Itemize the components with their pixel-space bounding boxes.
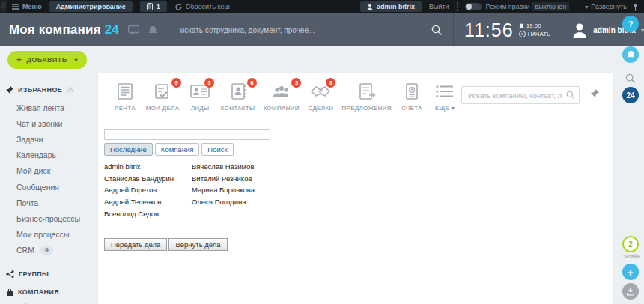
sidebar-item-messages[interactable]: Сообщения bbox=[0, 179, 97, 195]
company-nav-list: Официально Календарь событий bbox=[0, 300, 97, 304]
notifications-counter-button[interactable]: 1 bbox=[140, 1, 167, 12]
list-item[interactable]: Станислав Бандурин bbox=[104, 173, 192, 185]
rail-online-label: Онлайн bbox=[619, 254, 643, 259]
reset-cache-label: Сбросить кеш bbox=[186, 3, 230, 10]
menu-button[interactable]: Меню bbox=[12, 3, 42, 10]
sidebar-item-chat-calls[interactable]: Чат и звонки bbox=[0, 115, 97, 131]
badge: 8 bbox=[326, 78, 335, 88]
sidebar-item-crm[interactable]: CRM 9 bbox=[0, 243, 97, 258]
sidebar-item-calendar[interactable]: Календарь bbox=[0, 148, 97, 163]
feed-icon bbox=[117, 82, 133, 101]
list-item[interactable]: Олеся Погодина bbox=[192, 196, 255, 208]
sidebar-item-official[interactable]: Официально bbox=[0, 300, 97, 304]
edit-mode-state: выключен bbox=[532, 2, 570, 11]
tab-search[interactable]: Поиск bbox=[201, 143, 233, 156]
crm-menu-my-activities[interactable]: 9 МОИ ДЕЛА bbox=[142, 82, 183, 112]
groups-section-header[interactable]: ГРУППЫ bbox=[0, 270, 97, 278]
return-activities-button[interactable]: Вернуть дела bbox=[168, 238, 227, 251]
list-item[interactable]: Всеволод Седов bbox=[104, 207, 192, 219]
list-item[interactable]: Андрей Теленков bbox=[104, 196, 192, 208]
favorites-section-header[interactable]: ИЗБРАННОЕ bbox=[0, 86, 97, 94]
search-icon[interactable] bbox=[566, 91, 575, 100]
crm-menu-invoices[interactable]: СЧЕТА bbox=[395, 82, 428, 112]
notification-bell-icon[interactable] bbox=[148, 25, 157, 35]
gear-icon[interactable] bbox=[67, 86, 74, 94]
sidebar-item-business-processes[interactable]: Бизнес-процессы bbox=[0, 210, 97, 226]
sidebar-item-mail[interactable]: Почта bbox=[0, 195, 97, 210]
list-item[interactable]: Виталий Резников bbox=[192, 173, 255, 185]
crm-menu-quotes[interactable]: ПРЕДЛОЖЕНИЯ bbox=[338, 82, 395, 112]
company-brand[interactable]: Моя компания 24 bbox=[0, 22, 119, 37]
favorites-header-label: ИЗБРАННОЕ bbox=[18, 86, 62, 94]
help-button[interactable]: ? bbox=[622, 16, 639, 32]
add-button[interactable]: + ДОБАВИТЬ ▾ bbox=[7, 51, 87, 69]
crm-menu-feed[interactable]: ЛЕНТА bbox=[109, 82, 142, 112]
crm-menu-deals[interactable]: 8 СДЕЛКИ bbox=[303, 82, 338, 112]
rail-download-button[interactable] bbox=[622, 283, 639, 300]
reset-cache-button[interactable]: Сбросить кеш bbox=[174, 3, 230, 11]
right-rail: 24 2 Онлайн + bbox=[613, 46, 644, 304]
people-group-icon bbox=[271, 82, 292, 101]
crm-search bbox=[461, 86, 580, 104]
pin-icon bbox=[6, 86, 13, 94]
sidebar-item-my-processes[interactable]: Мои процессы bbox=[0, 227, 97, 243]
admin-top-bar: Меню Администрирование 1 Сбросить кеш ad… bbox=[0, 0, 644, 13]
list-item[interactable]: Вячеслав Назимов bbox=[192, 161, 255, 173]
global-search-input[interactable] bbox=[168, 26, 431, 34]
crm-menu-leads[interactable]: 3 ЛИДЫ bbox=[183, 82, 216, 112]
workday-start-button[interactable]: НАЧАТЬ bbox=[519, 31, 551, 37]
list-item[interactable]: Андрей Горетов bbox=[104, 184, 192, 196]
logout-link[interactable]: Выйти bbox=[429, 3, 449, 10]
list-item[interactable]: Марина Боровкова bbox=[192, 184, 255, 196]
tab-company[interactable]: Компания bbox=[155, 143, 199, 156]
sidebar-item-tasks[interactable]: Задачи bbox=[0, 131, 97, 147]
current-user-button[interactable]: admin bitrix bbox=[360, 1, 422, 12]
expand-label: Развернуть bbox=[591, 3, 627, 10]
employee-list: admin bitrix Станислав Бандурин Андрей Г… bbox=[104, 161, 613, 219]
drag-handle-icon[interactable] bbox=[0, 0, 7, 13]
administration-button[interactable]: Администрирование bbox=[49, 1, 133, 12]
menu-label: Меню bbox=[22, 3, 42, 10]
rail-notifications-button[interactable] bbox=[622, 46, 639, 63]
workday-widget[interactable]: 11:56 19:00 НАЧАТЬ bbox=[454, 19, 561, 41]
search-icon[interactable] bbox=[431, 25, 443, 36]
pin-panel-icon[interactable] bbox=[633, 3, 638, 11]
divider bbox=[457, 2, 458, 11]
crm-search-input[interactable] bbox=[461, 86, 580, 104]
workday-end-row: 19:00 bbox=[519, 22, 551, 29]
filter-tabs: Последние Компания Поиск bbox=[104, 143, 613, 156]
employee-filter-input[interactable] bbox=[104, 129, 270, 140]
chevron-down-icon: ▾ bbox=[641, 27, 644, 34]
sidebar-item-live-feed[interactable]: Живая лента bbox=[0, 100, 97, 115]
rail-add-button[interactable]: + bbox=[622, 264, 639, 280]
company-header-label: КОМПАНИЯ bbox=[18, 288, 59, 296]
pin-menu-icon[interactable] bbox=[590, 89, 599, 98]
expand-button[interactable]: ▾ Развернуть bbox=[585, 3, 627, 10]
list-item[interactable]: admin bitrix bbox=[104, 161, 192, 173]
crm-menu-companies[interactable]: 3 КОМПАНИИ bbox=[259, 82, 303, 112]
left-sidebar: + ДОБАВИТЬ ▾ ИЗБРАННОЕ Живая лента Чат и… bbox=[0, 46, 97, 304]
crm-counter-badge: 9 bbox=[40, 246, 53, 255]
rail-online-counter[interactable]: 2 bbox=[622, 236, 639, 252]
user-icon bbox=[367, 4, 373, 10]
badge: 3 bbox=[204, 78, 214, 88]
favorites-nav-list: Живая лента Чат и звонки Задачи Календар… bbox=[0, 100, 97, 258]
counter-value: 1 bbox=[157, 3, 160, 10]
chevron-down-icon: ▾ bbox=[585, 4, 588, 10]
main-header: Моя компания 24 11:56 19:00 НАЧАТЬ admin… bbox=[0, 13, 644, 46]
company-section-header[interactable]: КОМПАНИЯ bbox=[0, 288, 97, 296]
checklist-icon bbox=[154, 82, 171, 101]
crm-menu-contacts[interactable]: 6 КОНТАКТЫ bbox=[216, 82, 259, 112]
chevron-down-icon: ▾ bbox=[75, 57, 78, 64]
rail-bitrix24-button[interactable]: 24 bbox=[622, 87, 639, 103]
workday-end-time: 19:00 bbox=[526, 22, 541, 29]
divider bbox=[577, 2, 577, 11]
rail-search-button[interactable] bbox=[622, 70, 639, 87]
sidebar-item-my-drive[interactable]: Мой диск bbox=[0, 163, 97, 179]
crm-menu-more[interactable]: ЕЩЁ ▾ bbox=[428, 82, 461, 112]
edit-mode-toggle[interactable] bbox=[465, 3, 482, 10]
tab-recent[interactable]: Последние bbox=[104, 143, 153, 156]
transfer-activities-button[interactable]: Передать дела bbox=[104, 238, 167, 251]
chat-icon[interactable] bbox=[128, 25, 139, 35]
company-name: Моя компания bbox=[9, 22, 101, 37]
